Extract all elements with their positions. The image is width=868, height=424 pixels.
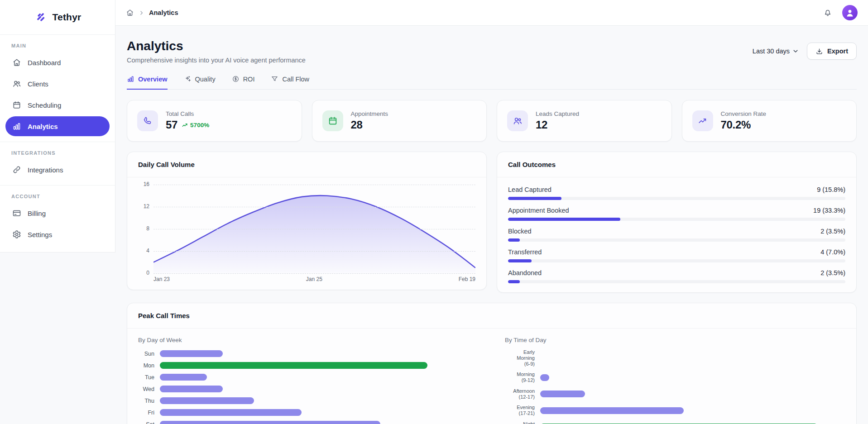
user-avatar[interactable] <box>842 5 858 20</box>
calendar-icon <box>322 110 343 131</box>
outcome-row-abandoned: Abandoned2 (3.5%) <box>508 269 845 283</box>
trending-up-icon <box>692 110 713 131</box>
outcome-bar-fill <box>508 197 561 200</box>
outcome-value: 4 (7.0%) <box>820 248 845 256</box>
topbar-actions <box>823 5 858 20</box>
time-range: (12-17) <box>505 394 535 400</box>
gear-icon <box>12 230 21 239</box>
time-range: (9-12) <box>505 377 535 383</box>
header-actions: Last 30 days Export <box>753 43 857 60</box>
day-bar <box>160 374 207 381</box>
tab-quality[interactable]: Quality <box>184 75 216 90</box>
breadcrumb: Analytics <box>126 9 178 17</box>
day-bar-row-mon: Mon <box>138 362 479 369</box>
day-label: Thu <box>138 398 154 404</box>
stat-value: 70.2% <box>721 119 751 131</box>
sidebar-item-label: Analytics <box>28 123 58 130</box>
topbar: Analytics <box>115 0 868 26</box>
stat-value-row: 12 <box>536 119 579 131</box>
time-of-day-bars: Early Morning(6-9)Morning(9-12)Afternoon… <box>505 349 845 424</box>
stat-card-appointments: Appointments28 <box>312 100 487 142</box>
export-button[interactable]: Export <box>807 43 857 60</box>
call-outcomes-card: Call Outcomes Lead Captured9 (15.8%)Appo… <box>497 152 857 293</box>
sidebar-section-label: Main <box>11 43 115 48</box>
stat-text: Appointments28 <box>351 110 388 131</box>
time-bar-row-evening: Evening(17-21) <box>505 405 845 416</box>
day-label: Sat <box>138 421 154 424</box>
bell-icon[interactable] <box>823 8 832 17</box>
brand-logo[interactable]: Tethyr <box>0 0 115 35</box>
day-label: Fri <box>138 410 154 416</box>
day-label: Wed <box>138 386 154 392</box>
outcome-bar-fill <box>508 218 620 221</box>
stat-card-conversion-rate: Conversion Rate70.2% <box>682 100 857 142</box>
day-label: Sun <box>138 351 154 357</box>
export-label: Export <box>827 48 848 55</box>
time-label: Early Morning(6-9) <box>505 349 535 367</box>
stat-card-total-calls: Total Calls575700% <box>127 100 302 142</box>
stat-value: 28 <box>351 119 363 131</box>
date-range-select[interactable]: Last 30 days <box>753 48 799 55</box>
stat-value-row: 575700% <box>166 119 209 131</box>
tab-label: Overview <box>138 76 168 83</box>
outcome-bar-fill <box>508 280 520 283</box>
day-bar <box>160 386 223 392</box>
time-label: Afternoon(12-17) <box>505 388 535 400</box>
gridline <box>153 185 475 185</box>
stat-value: 57 <box>166 119 177 131</box>
sidebar-section-integrations: IntegrationsIntegrations <box>0 142 115 180</box>
person-icon <box>845 8 855 18</box>
day-bar-row-tue: Tue <box>138 374 479 381</box>
tab-overview[interactable]: Overview <box>127 75 168 90</box>
outcome-row-transferred: Transferred4 (7.0%) <box>508 248 845 262</box>
area-chart-x-labels: Jan 23Jan 25Feb 19 <box>153 276 475 282</box>
breadcrumb-current[interactable]: Analytics <box>149 9 178 16</box>
sidebar-nav: MainDashboardClientsSchedulingAnalyticsI… <box>0 35 115 244</box>
users-icon <box>12 79 21 88</box>
home-icon[interactable] <box>126 9 134 17</box>
outcome-bar-track <box>508 280 845 283</box>
trend-up-icon <box>182 122 188 129</box>
stat-value-row: 28 <box>351 119 388 131</box>
daily-call-volume-title: Daily Call Volume <box>127 152 486 177</box>
outcome-row-appointment-booked: Appointment Booked19 (33.3%) <box>508 207 845 221</box>
funnel-icon <box>271 75 278 83</box>
day-bar <box>160 409 302 416</box>
day-bar-row-wed: Wed <box>138 386 479 392</box>
sidebar-item-settings[interactable]: Settings <box>5 224 110 244</box>
time-label: Evening(17-21) <box>505 405 535 416</box>
sidebar-item-scheduling[interactable]: Scheduling <box>5 95 110 115</box>
time-bar-row-morning: Morning(9-12) <box>505 372 845 383</box>
y-axis-tick: 0 <box>146 270 149 276</box>
download-icon <box>815 48 823 55</box>
time-bar <box>540 391 585 397</box>
stat-text: Leads Captured12 <box>536 110 579 131</box>
gridline <box>153 207 475 207</box>
sidebar-item-clients[interactable]: Clients <box>5 74 110 94</box>
outcome-value: 2 (3.5%) <box>820 228 845 235</box>
credit-card-icon <box>12 209 21 218</box>
sparkles-icon <box>184 75 192 83</box>
sidebar-section-main: MainDashboardClientsSchedulingAnalytics <box>0 35 115 136</box>
by-time-of-day-chart: By Time of Day Early Morning(6-9)Morning… <box>505 337 845 424</box>
stat-cards: Total Calls575700%Appointments28Leads Ca… <box>127 100 857 142</box>
tab-roi[interactable]: ROI <box>232 75 255 90</box>
home-icon <box>12 58 21 67</box>
sidebar-item-dashboard[interactable]: Dashboard <box>5 52 110 72</box>
x-axis-label: Jan 25 <box>306 276 322 282</box>
sidebar-item-label: Clients <box>28 80 48 88</box>
tab-label: ROI <box>243 76 255 83</box>
chevron-right-icon <box>138 10 145 16</box>
page-header: Analytics Comprehensive insights into yo… <box>127 39 857 64</box>
outcome-bar-track <box>508 238 845 242</box>
sidebar-item-label: Billing <box>28 210 46 217</box>
sidebar-item-integrations[interactable]: Integrations <box>5 160 110 180</box>
call-outcomes-title: Call Outcomes <box>497 152 856 177</box>
tab-call-flow[interactable]: Call Flow <box>271 75 309 90</box>
gridline <box>153 251 475 252</box>
sidebar-item-analytics[interactable]: Analytics <box>5 116 110 136</box>
outcome-label: Blocked <box>508 228 532 235</box>
sidebar-item-billing[interactable]: Billing <box>5 203 110 223</box>
chevron-down-icon <box>792 48 799 54</box>
call-outcomes-list: Lead Captured9 (15.8%)Appointment Booked… <box>497 177 856 292</box>
